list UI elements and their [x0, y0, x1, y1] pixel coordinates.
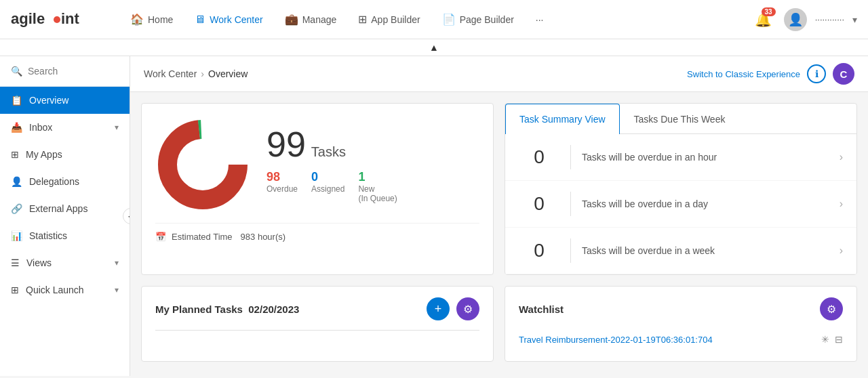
sidebar-item-delegations-label: Delegations — [29, 176, 79, 187]
user-dropdown-icon[interactable]: ▾ — [852, 14, 857, 25]
logo[interactable]: agile int — [11, 7, 99, 31]
tab-tasks-due-label: Tasks Due This Week — [634, 114, 726, 125]
user-initial-avatar[interactable]: C — [833, 63, 854, 85]
estimated-value: 983 hour(s) — [241, 232, 285, 242]
list-icon[interactable]: ⊟ — [835, 334, 843, 345]
svg-point-5 — [178, 140, 227, 189]
breadcrumb-separator: › — [201, 68, 204, 79]
sidebar-item-quick-launch[interactable]: ⊞ Quick Launch ▾ — [0, 276, 130, 303]
task-count-week: 0 — [519, 240, 559, 261]
nav-work-center[interactable]: 🖥 Work Center — [185, 8, 272, 31]
statistics-icon: 📊 — [11, 230, 22, 241]
tab-task-summary-label: Task Summary View — [519, 114, 606, 125]
sidebar-item-views[interactable]: ☰ Views ▾ — [0, 249, 130, 276]
svg-text:agile: agile — [11, 10, 45, 27]
tasks-label: Tasks — [311, 144, 346, 160]
sidebar-item-inbox[interactable]: 📥 Inbox ▾ — [0, 114, 130, 141]
watchlist-link[interactable]: Travel Reimbursement-2022-01-19T06:36:01… — [519, 335, 713, 345]
sidebar-item-inbox-label: Inbox — [29, 122, 52, 133]
sidebar-item-my-apps-label: My Apps — [26, 149, 62, 160]
planned-date: 02/20/2023 — [248, 303, 299, 315]
add-planned-task-button[interactable]: + — [427, 297, 450, 320]
nav-home-label: Home — [148, 14, 173, 25]
grid-icon: ⊞ — [358, 13, 367, 26]
task-sub-counts: 98 Overdue 0 Assigned 1 New(In Queue) — [267, 170, 397, 203]
overdue-count: 98 Overdue — [267, 170, 298, 203]
external-apps-icon: 🔗 — [11, 203, 22, 214]
overdue-label: Overdue — [267, 184, 298, 194]
watchlist-title: Watchlist — [519, 303, 564, 315]
page-icon: 📄 — [442, 13, 456, 26]
sidebar-search[interactable]: 🔍 Search — [0, 56, 130, 87]
nav-home[interactable]: 🏠 Home — [121, 7, 182, 31]
main-content: Work Center › Overview Switch to Classic… — [130, 56, 868, 376]
gear-icon: ⚙ — [463, 303, 473, 316]
task-desc-hour: Tasks will be overdue in an hour — [582, 152, 840, 163]
sidebar-item-external-apps-label: External Apps — [29, 203, 87, 214]
stats-top: 99 Tasks 98 Overdue 0 Assigned — [155, 117, 479, 212]
main-layout: 🔍 Search 📋 Overview 📥 Inbox ▾ ⊞ My Apps … — [0, 56, 868, 376]
watchlist-settings-button[interactable]: ⚙ — [820, 297, 843, 320]
task-row-chevron-3: › — [840, 245, 843, 257]
sidebar: 🔍 Search 📋 Overview 📥 Inbox ▾ ⊞ My Apps … — [0, 56, 130, 376]
planned-tasks-card: My Planned Tasks 02/20/2023 + ⚙ — [141, 286, 494, 362]
sidebar-item-my-apps[interactable]: ⊞ My Apps — [0, 141, 130, 168]
nav-manage[interactable]: 💼 Manage — [275, 7, 347, 31]
planned-settings-button[interactable]: ⚙ — [456, 297, 479, 320]
inbox-icon: 📥 — [11, 122, 22, 133]
assigned-count: 0 Assigned — [311, 170, 344, 203]
task-row-hour[interactable]: 0 Tasks will be overdue in an hour › — [505, 134, 856, 181]
info-button[interactable]: ℹ — [807, 64, 826, 83]
svg-point-1 — [54, 16, 60, 23]
tab-bar: Task Summary View Tasks Due This Week — [505, 104, 856, 134]
breadcrumb-current: Overview — [208, 68, 248, 79]
new-count: 1 New(In Queue) — [358, 170, 397, 203]
sidebar-item-overview[interactable]: 📋 Overview — [0, 87, 130, 114]
monitor-icon: 🖥 — [195, 14, 205, 26]
user-avatar-icon: 👤 — [788, 12, 803, 27]
info-icon: ℹ — [815, 68, 818, 79]
total-tasks-count: 99 — [267, 127, 306, 162]
overdue-number: 98 — [267, 170, 298, 184]
planned-actions: + ⚙ — [427, 297, 479, 320]
settings-sliders-icon[interactable]: ✳ — [821, 334, 829, 345]
sidebar-item-delegations[interactable]: 👤 Delegations — [0, 168, 130, 195]
breadcrumb-actions: Switch to Classic Experience ℹ C — [687, 63, 854, 85]
switch-to-classic-link[interactable]: Switch to Classic Experience — [687, 69, 800, 79]
breadcrumb-parent[interactable]: Work Center — [144, 68, 197, 79]
sidebar-item-statistics[interactable]: 📊 Statistics — [0, 222, 130, 249]
sidebar-item-statistics-label: Statistics — [29, 230, 67, 241]
sidebar-item-quick-launch-label: Quick Launch — [26, 285, 84, 295]
donut-chart — [155, 117, 250, 212]
task-summary-card: Task Summary View Tasks Due This Week 0 … — [505, 103, 857, 275]
task-row-chevron-1: › — [840, 151, 843, 163]
nav-page-builder[interactable]: 📄 Page Builder — [433, 7, 524, 31]
estimated-label: Estimated Time — [172, 232, 233, 242]
task-counts: 99 Tasks 98 Overdue 0 Assigned — [267, 127, 397, 203]
user-avatar[interactable]: 👤 — [784, 8, 807, 31]
tab-task-summary-view[interactable]: Task Summary View — [505, 104, 620, 134]
collapse-bar[interactable]: ▲ — [0, 39, 868, 56]
task-divider-2 — [570, 192, 571, 216]
tab-tasks-due-this-week[interactable]: Tasks Due This Week — [620, 104, 740, 134]
task-desc-day: Tasks will be overdue in a day — [582, 198, 840, 209]
task-row-day[interactable]: 0 Tasks will be overdue in a day › — [505, 181, 856, 228]
planned-divider — [155, 330, 479, 331]
user-name[interactable]: ············ — [815, 14, 844, 24]
assigned-number: 0 — [311, 170, 344, 184]
nav-app-builder-label: App Builder — [371, 14, 420, 25]
breadcrumb: Work Center › Overview — [144, 68, 248, 79]
watchlist-header: Watchlist ⚙ — [519, 297, 843, 320]
svg-text:int: int — [61, 10, 80, 27]
new-label: New(In Queue) — [358, 184, 397, 203]
sidebar-item-external-apps[interactable]: 🔗 External Apps — [0, 195, 130, 222]
notification-button[interactable]: 🔔 33 — [751, 7, 776, 32]
task-desc-week: Tasks will be overdue in a week — [582, 245, 840, 256]
task-row-week[interactable]: 0 Tasks will be overdue in a week › — [505, 228, 856, 274]
task-row-chevron-2: › — [840, 198, 843, 210]
nav-app-builder[interactable]: ⊞ App Builder — [349, 7, 429, 31]
nav-more[interactable]: ··· — [526, 9, 553, 30]
top-nav: agile int 🏠 Home 🖥 Work Center 💼 Manage … — [0, 0, 868, 39]
overview-grid: 99 Tasks 98 Overdue 0 Assigned — [130, 92, 868, 373]
new-number: 1 — [358, 170, 397, 184]
